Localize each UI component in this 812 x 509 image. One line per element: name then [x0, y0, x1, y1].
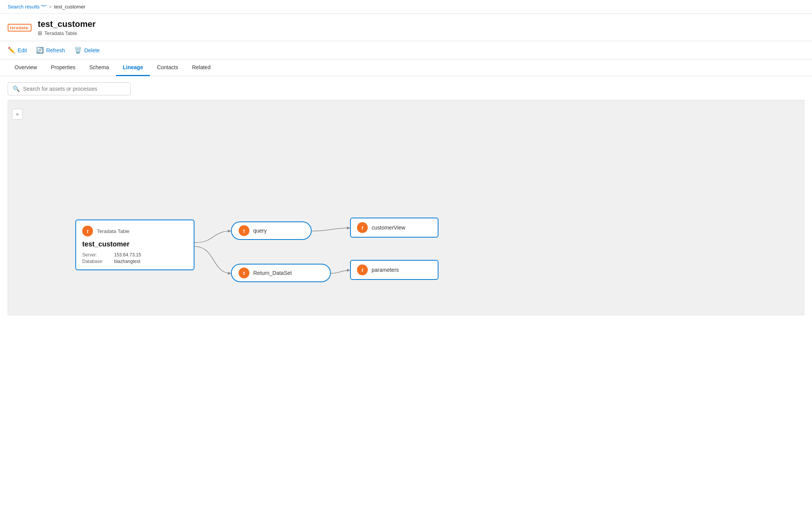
source-t-icon: t: [82, 226, 93, 236]
database-label: Database:: [82, 259, 113, 264]
parameters-node[interactable]: t parameters: [350, 260, 438, 280]
source-name: test_customer: [82, 240, 188, 248]
source-node-header: t Teradata Table: [82, 226, 188, 236]
asset-header: teradata. test_customer ⊞ Teradata Table: [0, 14, 812, 41]
svg-marker-2: [228, 230, 231, 233]
delete-button[interactable]: 🗑️ Delete: [74, 45, 100, 55]
edit-button[interactable]: ✏️ Edit: [8, 45, 27, 55]
teradata-logo: teradata.: [8, 24, 32, 32]
lineage-container: 🔍 » t: [0, 76, 812, 315]
refresh-icon: 🔄: [36, 47, 44, 54]
tab-contacts[interactable]: Contacts: [150, 60, 185, 76]
graph-canvas: » t Teradata Table t: [8, 100, 804, 315]
delete-label: Delete: [84, 47, 100, 53]
tab-properties[interactable]: Properties: [44, 60, 82, 76]
expand-icon: »: [16, 111, 19, 117]
toolbar: ✏️ Edit 🔄 Refresh 🗑️ Delete: [0, 41, 812, 60]
server-value: 153.64.73.15: [114, 252, 188, 258]
edit-label: Edit: [18, 47, 27, 53]
tab-related[interactable]: Related: [185, 60, 218, 76]
tab-lineage[interactable]: Lineage: [116, 60, 150, 76]
source-type-label: Teradata Table: [97, 228, 130, 234]
customer-view-label: customerView: [372, 225, 405, 231]
return-dataset-node[interactable]: t Return_DataSet: [231, 264, 331, 282]
source-info: Server: 153.64.73.15 Database: biazhangt…: [82, 252, 188, 264]
table-icon: ⊞: [38, 30, 42, 36]
server-label: Server:: [82, 252, 113, 258]
breadcrumb-current: test_customer: [54, 4, 86, 10]
customer-view-node[interactable]: t customerView: [350, 218, 438, 238]
customer-view-t-icon: t: [357, 222, 368, 233]
query-t-icon: t: [239, 225, 249, 236]
return-label: Return_DataSet: [253, 270, 292, 276]
tab-overview[interactable]: Overview: [8, 60, 44, 76]
lineage-graph-svg: [8, 100, 804, 315]
delete-icon: 🗑️: [74, 47, 82, 54]
svg-marker-0: [347, 226, 350, 230]
svg-marker-1: [347, 269, 350, 272]
refresh-label: Refresh: [46, 47, 65, 53]
parameters-t-icon: t: [357, 264, 368, 275]
breadcrumb-search-link[interactable]: Search results "*": [8, 4, 46, 10]
query-label: query: [253, 228, 267, 234]
expand-toggle[interactable]: »: [12, 109, 23, 120]
search-bar[interactable]: 🔍: [8, 82, 131, 95]
asset-title: test_customer: [38, 19, 95, 29]
refresh-button[interactable]: 🔄 Refresh: [36, 45, 65, 55]
asset-type-label: Teradata Table: [44, 30, 77, 36]
svg-marker-3: [228, 272, 231, 275]
breadcrumb-separator: >: [49, 4, 52, 10]
tabs: Overview Properties Schema Lineage Conta…: [0, 60, 812, 76]
database-value: biazhangtest: [114, 259, 188, 264]
parameters-label: parameters: [372, 267, 399, 273]
source-node[interactable]: t Teradata Table test_customer Server: 1…: [75, 220, 194, 270]
breadcrumb: Search results "*" > test_customer: [0, 0, 812, 14]
edit-icon: ✏️: [8, 47, 15, 54]
search-input[interactable]: [23, 86, 126, 92]
asset-type: ⊞ Teradata Table: [38, 30, 95, 36]
query-node[interactable]: t query: [231, 221, 312, 240]
tab-schema[interactable]: Schema: [82, 60, 116, 76]
search-icon: 🔍: [13, 85, 20, 92]
asset-title-block: test_customer ⊞ Teradata Table: [38, 19, 95, 36]
return-t-icon: t: [239, 268, 249, 278]
